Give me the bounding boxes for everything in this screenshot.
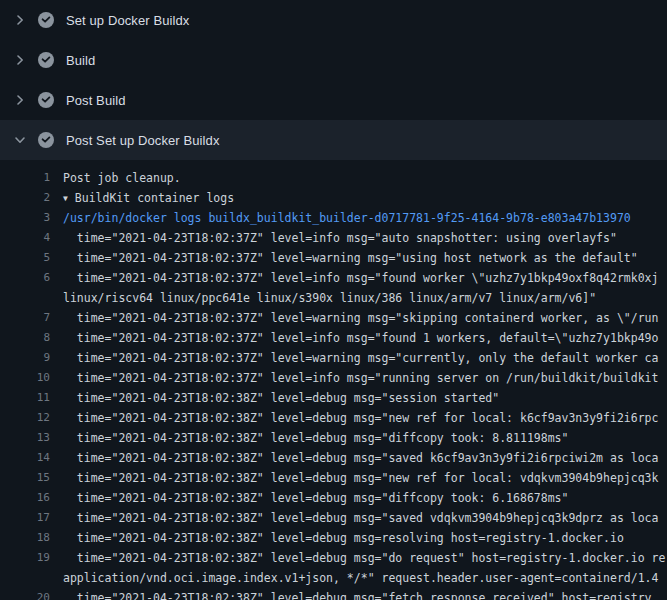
log-line-text: time="2021-04-23T18:02:37Z" level=info m… — [50, 368, 667, 388]
log-line-number[interactable]: 15 — [0, 468, 50, 488]
log-line: 20 time="2021-04-23T18:02:38Z" level=deb… — [0, 588, 667, 600]
log-line-text: time="2021-04-23T18:02:38Z" level=debug … — [50, 548, 667, 568]
log-line-number[interactable]: 10 — [0, 368, 50, 388]
log-line-number[interactable]: 8 — [0, 328, 50, 348]
log-line: 17 time="2021-04-23T18:02:38Z" level=deb… — [0, 508, 667, 528]
log-line: 15 time="2021-04-23T18:02:38Z" level=deb… — [0, 468, 667, 488]
log-line-number[interactable]: 19 — [0, 548, 50, 568]
log-line-text: time="2021-04-23T18:02:37Z" level=warnin… — [50, 348, 667, 368]
log-line-text: linux/riscv64 linux/ppc641e linux/s390x … — [50, 288, 667, 308]
log-line-number[interactable]: 20 — [0, 588, 50, 600]
log-line: 16 time="2021-04-23T18:02:38Z" level=deb… — [0, 488, 667, 508]
log-line: 8 time="2021-04-23T18:02:37Z" level=info… — [0, 328, 667, 348]
log-line-text: time="2021-04-23T18:02:38Z" level=debug … — [50, 528, 667, 548]
log-line-number[interactable]: 2 — [0, 188, 50, 208]
step-title: Post Build — [66, 93, 126, 108]
log-line: 18 time="2021-04-23T18:02:38Z" level=deb… — [0, 528, 667, 548]
log-group-line[interactable]: 2 ▼BuildKit container logs — [0, 188, 667, 208]
step-title: Build — [66, 53, 95, 68]
log-line-number — [0, 568, 50, 588]
log-line-number[interactable]: 14 — [0, 448, 50, 468]
check-circle-icon — [38, 12, 54, 28]
log-line: 3 /usr/bin/docker logs buildx_buildkit_b… — [0, 208, 667, 228]
chevron-down-icon[interactable] — [12, 132, 28, 148]
log-line: 1 Post job cleanup. — [0, 168, 667, 188]
log-line-number[interactable]: 13 — [0, 428, 50, 448]
step-title: Post Set up Docker Buildx — [66, 133, 220, 148]
log-line-number[interactable]: 6 — [0, 268, 50, 288]
chevron-right-icon[interactable] — [12, 92, 28, 108]
log-line-text: time="2021-04-23T18:02:38Z" level=debug … — [50, 388, 667, 408]
log-line-number[interactable]: 7 — [0, 308, 50, 328]
log-line-text: time="2021-04-23T18:02:38Z" level=debug … — [50, 408, 667, 428]
log-line-text: time="2021-04-23T18:02:37Z" level=info m… — [50, 228, 667, 248]
log-line-text: ▼BuildKit container logs — [50, 188, 667, 208]
log-line: application/vnd.oci.image.index.v1+json,… — [0, 568, 667, 588]
log-line-text: time="2021-04-23T18:02:37Z" level=warnin… — [50, 248, 667, 268]
log-line-number[interactable]: 11 — [0, 388, 50, 408]
log-line: 7 time="2021-04-23T18:02:37Z" level=warn… — [0, 308, 667, 328]
log-line-text: time="2021-04-23T18:02:38Z" level=debug … — [50, 428, 667, 448]
log-line-number[interactable]: 5 — [0, 248, 50, 268]
log-line-number[interactable]: 9 — [0, 348, 50, 368]
log-line-number[interactable]: 3 — [0, 208, 50, 228]
log-line: 4 time="2021-04-23T18:02:37Z" level=info… — [0, 228, 667, 248]
log-line-text: time="2021-04-23T18:02:38Z" level=debug … — [50, 488, 667, 508]
log-line-text: /usr/bin/docker logs buildx_buildkit_bui… — [50, 208, 667, 228]
log-line: 13 time="2021-04-23T18:02:38Z" level=deb… — [0, 428, 667, 448]
log-line: 10 time="2021-04-23T18:02:37Z" level=inf… — [0, 368, 667, 388]
check-circle-icon — [38, 132, 54, 148]
step-header[interactable]: Set up Docker Buildx — [0, 0, 667, 40]
log-line: 11 time="2021-04-23T18:02:38Z" level=deb… — [0, 388, 667, 408]
log-line: 5 time="2021-04-23T18:02:37Z" level=warn… — [0, 248, 667, 268]
check-circle-icon — [38, 92, 54, 108]
step-header[interactable]: Build — [0, 40, 667, 80]
group-toggle-caret-icon[interactable]: ▼ — [63, 189, 68, 208]
log-line: 9 time="2021-04-23T18:02:37Z" level=warn… — [0, 348, 667, 368]
log-line-number[interactable]: 18 — [0, 528, 50, 548]
log-line: linux/riscv64 linux/ppc641e linux/s390x … — [0, 288, 667, 308]
log-line-text: time="2021-04-23T18:02:38Z" level=debug … — [50, 468, 667, 488]
log-line: 19 time="2021-04-23T18:02:38Z" level=deb… — [0, 548, 667, 568]
step-header[interactable]: Post Set up Docker Buildx — [0, 120, 667, 160]
log-line-text: time="2021-04-23T18:02:38Z" level=debug … — [50, 508, 667, 528]
log-line-number — [0, 288, 50, 308]
log-line-text: application/vnd.oci.image.index.v1+json,… — [50, 568, 667, 588]
check-circle-icon — [38, 52, 54, 68]
log-line-number[interactable]: 16 — [0, 488, 50, 508]
step-sections: Set up Docker Buildx Build P — [0, 0, 667, 160]
log-line-number[interactable]: 1 — [0, 168, 50, 188]
log-line: 6 time="2021-04-23T18:02:37Z" level=info… — [0, 268, 667, 288]
log-line-text: time="2021-04-23T18:02:38Z" level=debug … — [50, 448, 667, 468]
chevron-right-icon[interactable] — [12, 52, 28, 68]
log-body: 1 Post job cleanup. 2 ▼BuildKit containe… — [0, 160, 667, 600]
log-line: 14 time="2021-04-23T18:02:38Z" level=deb… — [0, 448, 667, 468]
log-line-number[interactable]: 4 — [0, 228, 50, 248]
chevron-right-icon[interactable] — [12, 12, 28, 28]
log-line-text: time="2021-04-23T18:02:37Z" level=info m… — [50, 268, 667, 288]
log-line-text: time="2021-04-23T18:02:37Z" level=warnin… — [50, 308, 667, 328]
log-line-text: time="2021-04-23T18:02:37Z" level=info m… — [50, 328, 667, 348]
log-line-number[interactable]: 12 — [0, 408, 50, 428]
step-title: Set up Docker Buildx — [66, 13, 189, 28]
log-line: 12 time="2021-04-23T18:02:38Z" level=deb… — [0, 408, 667, 428]
actions-log-viewer: Set up Docker Buildx Build P — [0, 0, 667, 600]
log-line-text: Post job cleanup. — [50, 168, 667, 188]
step-header[interactable]: Post Build — [0, 80, 667, 120]
log-line-text: time="2021-04-23T18:02:38Z" level=debug … — [50, 588, 667, 600]
log-line-number[interactable]: 17 — [0, 508, 50, 528]
